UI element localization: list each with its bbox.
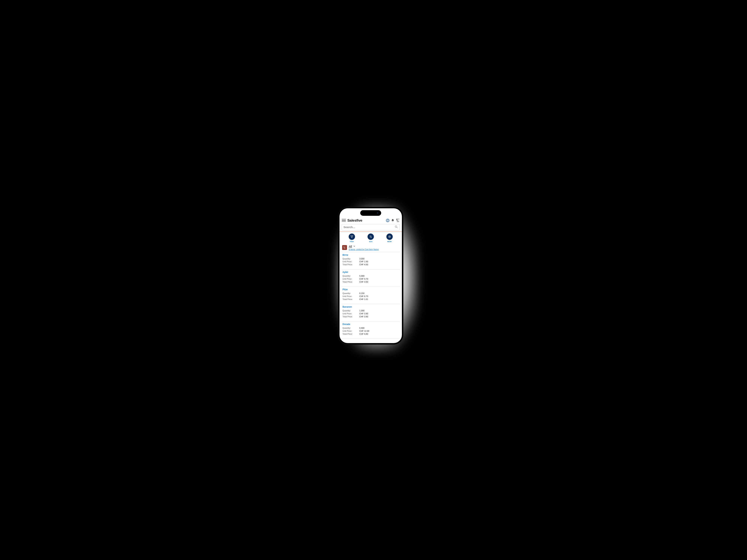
cart-item-name[interactable]: Birne <box>342 254 399 256</box>
value-total-price: CHF 3.50 <box>359 281 368 284</box>
user-badge[interactable]: Na <box>386 219 390 222</box>
action-row: Filter Sort <box>341 234 400 242</box>
search-icon[interactable] <box>394 225 398 229</box>
app-header: Salesfive Na <box>341 218 400 224</box>
filter-button[interactable]: Filter <box>349 234 355 242</box>
label-unit-price: Unit Price: <box>342 260 359 263</box>
label-quantity: Quantity: <box>342 292 359 295</box>
svg-line-1 <box>397 227 397 228</box>
menu-icon[interactable] <box>342 219 346 222</box>
user-badge-text: Na <box>387 219 389 221</box>
phone-notch <box>360 210 381 216</box>
list-summary-link[interactable]: 6 items, sorted by Cart Item Name <box>349 248 379 250</box>
label-quantity: Quantity: <box>342 258 359 260</box>
bell-icon[interactable] <box>391 219 394 222</box>
divider <box>341 339 400 339</box>
list-selection-dropdown[interactable]: All <box>349 245 379 248</box>
phone-screen: Salesfive Na <box>339 208 402 343</box>
label-total-price: Total Price: <box>342 263 359 266</box>
value-unit-price: CHF 12.00 <box>359 330 369 332</box>
value-unit-price: CHF 0.70 <box>359 277 368 281</box>
svg-point-0 <box>395 226 397 228</box>
search-field[interactable] <box>342 224 400 230</box>
sort-icon <box>367 234 374 240</box>
label-total-price: Total Price: <box>342 298 359 301</box>
value-unit-price: CHF 1.50 <box>359 260 368 263</box>
value-total-price: CHF 3.90 <box>359 315 368 318</box>
search-input[interactable] <box>343 225 394 229</box>
value-total-price: CHF 1.01 <box>359 298 368 301</box>
label-unit-price: Unit Price: <box>342 277 359 281</box>
label-unit-price: Unit Price: <box>342 330 359 332</box>
cart-item: BananenQuantity:1.000Unit Price:CHF 3.90… <box>341 304 400 320</box>
new-button[interactable]: NEW! <box>386 234 393 242</box>
new-label: NEW! <box>387 241 392 242</box>
value-quantity: 0.400 <box>359 327 364 330</box>
list-filter-bar: All 6 items, sorted by Cart Item Name <box>341 245 400 250</box>
cart-item: DoradeQuantity:0.400Unit Price:CHF 12.00… <box>341 321 400 337</box>
label-unit-price: Unit Price: <box>342 295 359 298</box>
sort-label: Sort <box>369 241 372 242</box>
label-quantity: Quantity: <box>342 309 359 312</box>
cart-item-name[interactable]: Dorade <box>342 323 399 325</box>
funnel-icon <box>349 234 355 240</box>
label-quantity: Quantity: <box>342 327 359 330</box>
sort-button[interactable]: Sort <box>367 234 374 242</box>
cart-item-name[interactable]: Bananen <box>342 305 399 308</box>
phone-frame: Salesfive Na <box>338 207 403 345</box>
filter-label: Filter <box>350 241 354 242</box>
value-quantity: 5.000 <box>359 274 364 277</box>
label-quantity: Quantity: <box>342 274 359 277</box>
cart-item: PilzeQuantity:0.150Unit Price:CHF 6.70To… <box>341 287 400 302</box>
cart-item-name[interactable]: Apfel <box>342 271 399 273</box>
value-quantity: 1.000 <box>359 309 364 312</box>
value-quantity: 3.000 <box>359 258 364 260</box>
label-unit-price: Unit Price: <box>342 312 359 315</box>
cart-item: ApfelQuantity:5.000Unit Price:CHF 0.70To… <box>341 269 400 285</box>
value-unit-price: CHF 3.90 <box>359 312 368 315</box>
label-total-price: Total Price: <box>342 281 359 284</box>
cart-item-list: BirneQuantity:3.000Unit Price:CHF 1.50To… <box>341 252 400 339</box>
brand-title: Salesfive <box>347 218 362 222</box>
cart-item-name[interactable]: Pilze <box>342 288 399 291</box>
label-total-price: Total Price: <box>342 332 359 336</box>
cart-item: BirneQuantity:3.000Unit Price:CHF 1.50To… <box>341 252 400 268</box>
value-unit-price: CHF 6.70 <box>359 295 368 298</box>
cart-box-icon[interactable] <box>342 245 347 250</box>
list-selection-label: All <box>349 245 352 248</box>
cart-icon[interactable] <box>396 219 400 222</box>
value-quantity: 0.150 <box>359 292 364 295</box>
star-icon <box>386 234 393 240</box>
label-total-price: Total Price: <box>342 315 359 318</box>
value-total-price: CHF 4.80 <box>359 332 368 336</box>
chevron-down-icon <box>353 245 355 247</box>
value-total-price: CHF 4.50 <box>359 263 368 266</box>
